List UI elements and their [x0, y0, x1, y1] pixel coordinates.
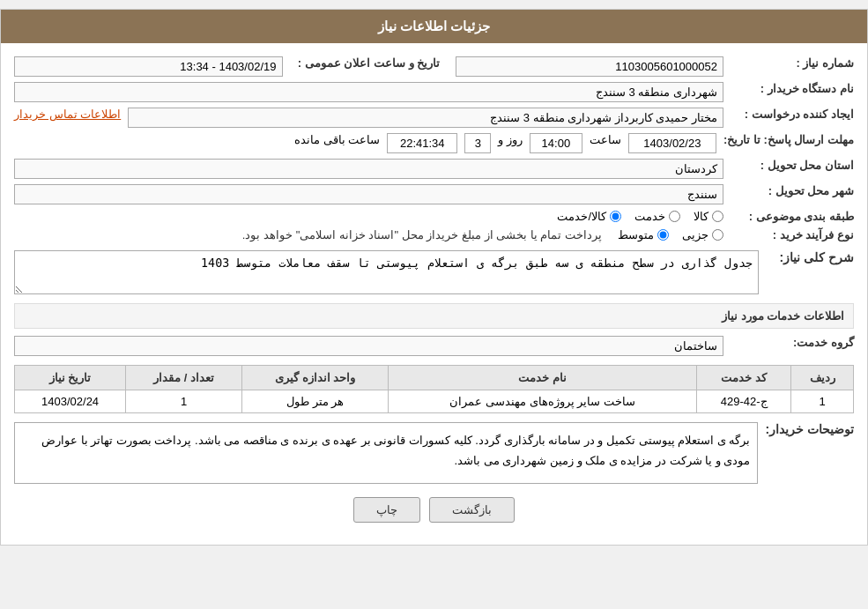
- col-radif: ردیف: [791, 366, 854, 390]
- radio-khadamat-label: خدمت: [634, 210, 665, 223]
- radio-kala-label: کالا: [694, 210, 708, 223]
- cell-radif: 1: [791, 390, 854, 413]
- value-mohlat-rooz: 3: [464, 133, 491, 153]
- value-namDastgah: شهرداری منطقه 3 سنندج: [14, 82, 723, 102]
- radio-motavset-input[interactable]: [657, 229, 669, 241]
- radio-motavset[interactable]: متوسط: [618, 228, 669, 241]
- radio-group-farayand: جزیی متوسط: [618, 228, 723, 241]
- label-tabaqe: طبقه بندی موضوعی :: [731, 210, 854, 223]
- cell-namKhadamat: ساخت سایر پروژه‌های مهندسی عمران: [389, 390, 697, 413]
- radio-kala[interactable]: کالا: [694, 210, 723, 223]
- radio-jazee-label: جزیی: [682, 228, 708, 241]
- value-taarikheElaan: 1403/02/19 - 13:34: [14, 56, 283, 77]
- textarea-sharhKoli[interactable]: [14, 250, 759, 294]
- content-area: شماره نیاز : 1103005601000052 تاریخ و سا…: [1, 43, 867, 545]
- label-tawsiyeh: توضیحات خریدار:: [765, 422, 854, 436]
- value-countdown: 22:41:34: [387, 133, 457, 153]
- col-kodKhadamat: کد خدمت: [696, 366, 790, 390]
- label-shahr: شهر محل تحویل :: [731, 184, 854, 197]
- label-naveFarayand: نوع فرآیند خرید :: [731, 228, 854, 241]
- back-button[interactable]: بازگشت: [429, 497, 515, 523]
- radio-kala-input[interactable]: [712, 211, 723, 222]
- cell-vahed: هر متر طول: [242, 390, 389, 413]
- radio-kala-khadamat-label: کالا/خدمت: [557, 210, 606, 223]
- label-rooz: روز و: [498, 133, 523, 146]
- radio-khadamat-input[interactable]: [669, 211, 680, 222]
- page-wrapper: جزئیات اطلاعات نیاز شماره نیاز : 1103005…: [0, 9, 868, 546]
- ijanKarande-text: مختار حمیدی کاربرداز شهرداری منطقه 3 سنن…: [490, 111, 717, 124]
- print-button[interactable]: چاپ: [353, 497, 420, 523]
- row-ostan: استان محل تحویل : کردستان: [14, 159, 854, 179]
- page-header: جزئیات اطلاعات نیاز: [1, 10, 867, 43]
- label-saat: ساعت: [590, 133, 621, 146]
- radio-jazee[interactable]: جزیی: [682, 228, 723, 241]
- row-sharhKoli: شرح کلی نیاز:: [14, 250, 854, 294]
- row-namDastgah: نام دستگاه خریدار : شهرداری منطقه 3 سنند…: [14, 82, 854, 102]
- label-ostan: استان محل تحویل :: [731, 159, 854, 172]
- cell-tarikh: 1403/02/24: [15, 390, 126, 413]
- radio-kala-khadamat-input[interactable]: [610, 211, 621, 222]
- cell-tedad: 1: [126, 390, 242, 413]
- value-mohlat-date: 1403/02/23: [628, 133, 716, 153]
- col-namKhadamat: نام خدمت: [389, 366, 697, 390]
- value-ostan: کردستان: [14, 159, 723, 179]
- col-tarikh: تاریخ نیاز: [15, 366, 126, 390]
- label-countdown: ساعت باقی مانده: [294, 133, 380, 146]
- label-shomareNiaz: شماره نیاز :: [731, 56, 854, 70]
- button-group: بازگشت چاپ: [14, 497, 854, 523]
- value-ijanKarande: مختار حمیدی کاربرداز شهرداری منطقه 3 سنن…: [128, 108, 723, 128]
- page-title: جزئیات اطلاعات نیاز: [378, 19, 490, 33]
- row-ijanKarande: ایجاد کننده درخواست : مختار حمیدی کاربرد…: [14, 108, 854, 128]
- value-shomareNiaz: 1103005601000052: [456, 56, 724, 77]
- cell-kodKhadamat: ج-42-429: [696, 390, 790, 413]
- note-farayand: پرداخت تمام یا بخشی از مبلغ خریداز محل "…: [242, 228, 602, 241]
- services-table: ردیف کد خدمت نام خدمت واحد اندازه گیری ت…: [14, 365, 854, 413]
- radio-group-tabaqe: کالا خدمت کالا/خدمت: [557, 210, 723, 223]
- label-mohlat: مهلت ارسال پاسخ: تا تاریخ:: [723, 133, 854, 146]
- value-tawsiyeh: برگه ی استعلام پیوستی تکمیل و در سامانه …: [14, 422, 758, 484]
- radio-khadamat[interactable]: خدمت: [634, 210, 680, 223]
- table-row: 1ج-42-429ساخت سایر پروژه‌های مهندسی عمرا…: [15, 390, 854, 413]
- label-namDastgah: نام دستگاه خریدار :: [731, 82, 854, 95]
- row-shahr: شهر محل تحویل : سنندج: [14, 184, 854, 204]
- label-sharhKoli: شرح کلی نیاز:: [766, 250, 854, 264]
- row-tawsiyeh: توضیحات خریدار: برگه ی استعلام پیوستی تک…: [14, 422, 854, 484]
- label-taarikheElaan: تاریخ و ساعت اعلان عمومی :: [290, 56, 449, 70]
- value-shahr: سنندج: [14, 184, 723, 204]
- label-groheKhadamat: گروه خدمت:: [731, 336, 854, 349]
- row-tabaqe: طبقه بندی موضوعی : کالا خدمت کالا/خدمت: [14, 210, 854, 223]
- radio-motavset-label: متوسط: [618, 228, 654, 241]
- row-shomareNiaz: شماره نیاز : 1103005601000052 تاریخ و سا…: [14, 56, 854, 77]
- radio-kala-khadamat[interactable]: کالا/خدمت: [557, 210, 621, 223]
- section-khadamat: اطلاعات خدمات مورد نیاز: [14, 303, 854, 329]
- row-groheKhadamat: گروه خدمت: ساختمان: [14, 336, 854, 356]
- value-groheKhadamat: ساختمان: [14, 336, 723, 356]
- label-ijanKarande: ایجاد کننده درخواست :: [731, 108, 854, 121]
- col-vahed: واحد اندازه گیری: [242, 366, 389, 390]
- link-etilaaatTamas[interactable]: اطلاعات تماس خریدار: [14, 108, 121, 121]
- radio-jazee-input[interactable]: [712, 229, 723, 241]
- value-mohlat-saat: 14:00: [530, 133, 582, 153]
- row-mohlat: مهلت ارسال پاسخ: تا تاریخ: 1403/02/23 سا…: [14, 133, 854, 153]
- row-naveFarayand: نوع فرآیند خرید : جزیی متوسط پرداخت تمام…: [14, 228, 854, 241]
- col-tedad: تعداد / مقدار: [126, 366, 242, 390]
